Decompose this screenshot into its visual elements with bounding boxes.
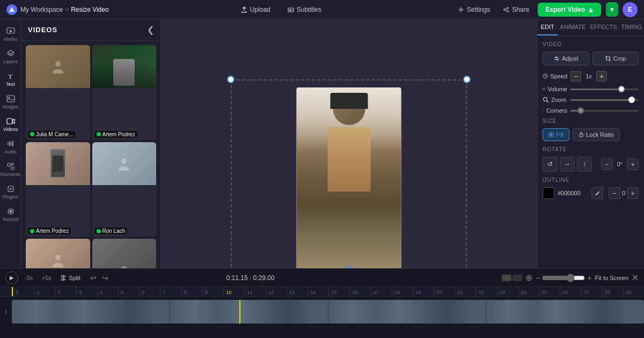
fit-screen-button[interactable]: Fit to Screen [595,275,628,281]
images-icon [6,94,15,103]
sidebar-item-record[interactable]: Record [1,204,20,225]
list-item[interactable]: Julia M Came... [26,45,90,140]
track-number: 1 [0,308,12,315]
tab-timing[interactable]: TIMING [619,19,645,35]
volume-row: Volume [543,86,639,92]
lock-icon [579,132,584,137]
svg-point-24 [121,158,127,164]
outline-edit-button[interactable] [591,187,603,199]
flip-v-button[interactable]: ↕ [577,157,592,172]
rotate-ccw-button[interactable]: ↺ [543,157,558,172]
svg-line-34 [547,101,549,103]
svg-marker-32 [543,88,544,90]
svg-rect-15 [7,119,12,124]
upload-button[interactable]: Upload [237,4,275,16]
flip-h-button[interactable]: ↔ [560,157,575,172]
sidebar-item-audio[interactable]: Audio [1,136,20,158]
fill-icon [548,132,554,137]
svg-rect-36 [550,134,552,136]
tab-edit[interactable]: EDIT [537,19,558,35]
corners-slider[interactable] [570,110,639,112]
workspace-link[interactable]: My Workspace [20,6,63,13]
zoom-out-button[interactable]: − [536,274,540,282]
zoom-slider[interactable] [570,99,639,101]
settings-button[interactable]: Settings [453,4,494,16]
record-icon [6,207,15,216]
timeline-tracks: 1 [0,297,644,327]
sidebar-item-layers[interactable]: Layers [1,46,20,68]
list-item[interactable]: Artem Podrez [26,142,90,237]
speed-plus-button[interactable]: + [596,71,607,82]
audio-icon [6,139,15,148]
split-button[interactable]: Split [57,273,83,283]
time-display: 0:11.15 / 0:29.00 [226,274,275,282]
videos-panel-header: VIDEOS ❮ [21,19,160,41]
tab-effects[interactable]: EFFECTS [588,19,619,35]
topbar-right: Settings Share Export Video ▾ E [453,2,638,17]
resize-handle-top-right[interactable] [463,76,471,83]
zoom-in-button[interactable]: + [587,274,591,282]
sidebar-item-text[interactable]: T Text [1,69,20,90]
sidebar-item-plugins[interactable]: Plugins [1,181,20,203]
volume-thumb[interactable] [618,86,625,92]
outline-minus-button[interactable]: − [609,187,620,199]
resize-handle-top-left[interactable] [227,76,235,83]
sidebar-item-elements[interactable]: Elements [1,159,20,180]
elements-icon [6,162,15,171]
svg-point-29 [555,57,557,58]
outline-color-swatch[interactable] [543,187,554,199]
svg-point-23 [55,61,61,67]
corners-icon [543,107,544,114]
volume-slider[interactable] [570,89,639,90]
rotate-minus-button[interactable]: − [601,158,613,170]
speed-minus-button[interactable]: − [570,71,581,82]
share-button[interactable]: Share [499,4,533,16]
tab-animate[interactable]: ANIMATE [558,19,588,35]
timeline-controls: ▶ -5s +5s Split ↩ ↪ 0:11.15 / 0:29.00 ⊕ … [0,269,644,287]
lock-ratio-button[interactable]: Lock Ratio [573,128,620,141]
svg-rect-37 [580,134,583,137]
track-content[interactable] [12,300,644,324]
topbar-left: My Workspace > Resize Video [6,4,109,15]
plugins-icon [6,185,15,193]
volume-icon [543,86,545,92]
sidebar-item-images[interactable]: Images [1,91,20,113]
minus5-button[interactable]: -5s [23,274,35,282]
zoom-icon [543,97,549,103]
undo-button[interactable]: ↩ [88,273,99,283]
crop-button[interactable]: Crop [592,52,639,65]
speed-row: Speed − 1x + [543,71,639,82]
dot-indicator [97,229,101,233]
rotate-plus-button[interactable]: + [627,158,639,170]
export-caret-button[interactable]: ▾ [606,2,618,17]
fill-button[interactable]: Fill [543,128,569,141]
size-buttons: Fill Lock Ratio [543,128,639,141]
play-button[interactable]: ▶ [5,271,18,284]
upload-icon [241,6,247,13]
svg-point-7 [504,9,506,10]
zoom-slider-timeline[interactable] [542,274,585,282]
corners-thumb[interactable] [577,107,584,114]
collapse-panel-button[interactable]: ❮ [147,25,154,35]
outline-value: 0 [622,190,625,196]
list-item[interactable]: Artem Podrez [92,45,157,140]
avatar-button[interactable]: E [623,2,638,17]
subtitles-button[interactable]: Subtitles [283,4,326,16]
fit-width-button[interactable]: ⊕ [525,273,532,283]
sidebar-item-videos[interactable]: Videos [1,114,20,135]
list-item[interactable]: Ron Lach [92,142,157,237]
redo-button[interactable]: ↪ [100,273,111,283]
media-icon [6,27,15,35]
sidebar-item-media[interactable]: Media [1,24,20,45]
video-section-label: VIDEO [543,41,639,47]
adjust-button[interactable]: Adjust [543,52,589,65]
rotate-controls: ↺ ↔ ↕ − 0° + [543,157,639,172]
video-label: Artem Podrez [28,227,71,234]
zoom-thumb[interactable] [628,97,635,103]
close-timeline-button[interactable]: ✕ [632,273,639,283]
breadcrumb: My Workspace > Resize Video [20,6,109,13]
text-icon: T [6,72,15,80]
export-button[interactable]: Export Video [538,3,601,17]
plus5-button[interactable]: +5s [39,274,53,282]
outline-plus-button[interactable]: + [627,187,639,199]
